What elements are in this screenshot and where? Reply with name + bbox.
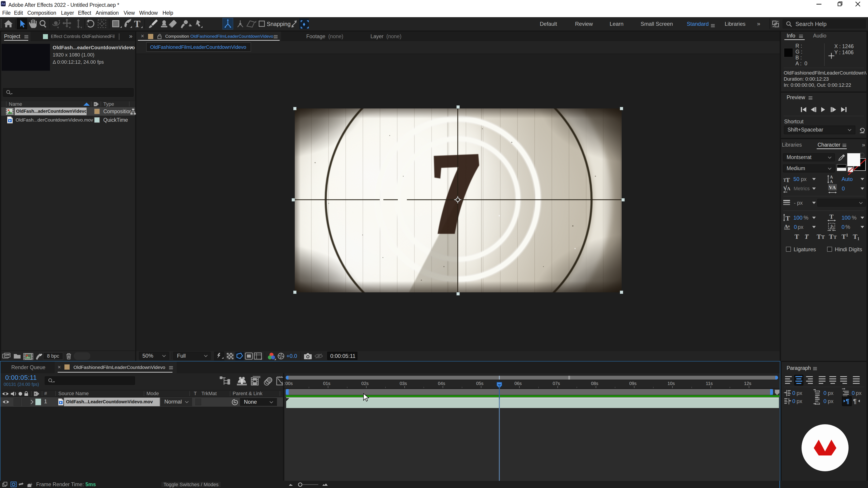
svg-text:¶: ¶	[846, 398, 849, 404]
svg-text:A: A	[830, 179, 833, 184]
svg-text:V: V	[829, 185, 833, 190]
svg-text:A: A	[832, 185, 836, 190]
svg-text:V: V	[783, 185, 787, 191]
svg-text:Ae: Ae	[2, 2, 5, 5]
svg-text:+0.0: +0.0	[286, 353, 297, 359]
svg-text:¶: ¶	[853, 398, 857, 404]
svg-text:A: A	[830, 175, 833, 180]
svg-text:a: a	[788, 224, 790, 228]
svg-text:あ: あ	[830, 224, 834, 229]
svg-text:T: T	[829, 214, 834, 220]
svg-text:T: T	[786, 176, 790, 183]
svg-text:A: A	[787, 186, 790, 191]
svg-text:T: T	[785, 215, 790, 221]
